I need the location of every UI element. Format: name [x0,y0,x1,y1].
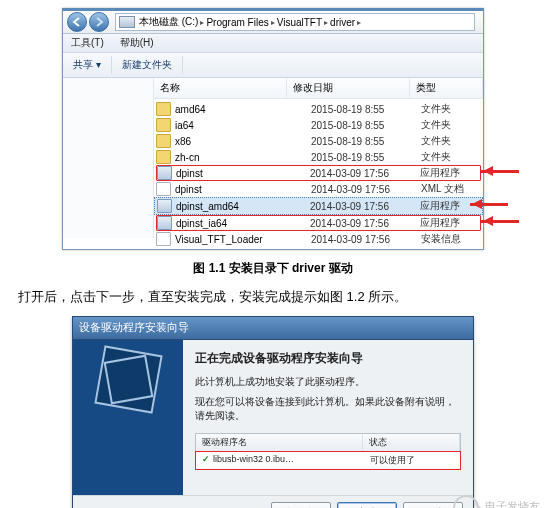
file-name: amd64 [175,104,206,115]
wizard-dialog: 设备驱动程序安装向导 正在完成设备驱动程序安装向导 此计算机上成功地安装了此驱动… [72,316,474,508]
file-row[interactable]: dpinst_ia642014-03-09 17:56应用程序 [154,215,483,231]
red-arrow-annotation [481,217,531,227]
file-row[interactable]: amd642015-08-19 8:55文件夹 [154,101,483,117]
folder-icon [156,150,171,164]
toolbar: 共享 ▾ 新建文件夹 [63,53,483,78]
explorer-header: 本地磁盘 (C:)▸ Program Files▸ VisualTFT▸ dri… [63,11,483,34]
file-row[interactable]: x862015-08-19 8:55文件夹 [154,133,483,149]
driver-result-list: 驱动程序名 状态 ✓libusb-win32 0.ibu… 可以使用了 [195,433,461,470]
file-name: Visual_TFT_Loader [175,234,263,245]
xml-icon [156,182,171,196]
wizard-icon [94,345,162,413]
file-type: 应用程序 [420,216,480,230]
wizard-heading: 正在完成设备驱动程序安装向导 [195,350,461,367]
file-date: 2015-08-19 8:55 [311,152,421,163]
file-date: 2015-08-19 8:55 [311,104,421,115]
dialog-buttons: < 上一步(B) 完成 取消 [73,495,473,508]
file-row[interactable]: Visual_TFT_Loader2014-03-09 17:56安装信息 [154,231,483,247]
file-type: 文件夹 [421,150,481,164]
file-name: ia64 [175,120,194,131]
new-folder-button[interactable]: 新建文件夹 [112,56,183,74]
nav-pane[interactable] [63,78,154,238]
file-row[interactable]: zh-cn2015-08-19 8:55文件夹 [154,149,483,165]
menu-tools[interactable]: 工具(T) [63,36,112,50]
share-button[interactable]: 共享 ▾ [63,56,112,74]
file-date: 2014-03-09 17:56 [310,218,420,229]
file-name: x86 [175,136,191,147]
menu-bar: 工具(T) 帮助(H) [63,34,483,53]
list-row[interactable]: ✓libusb-win32 0.ibu… 可以使用了 [196,452,460,469]
col-date[interactable]: 修改日期 [287,78,410,98]
info-icon [156,232,171,246]
file-type: 文件夹 [421,134,481,148]
file-name: dpinst [176,168,203,179]
watermark: 电子发烧友 www.elecfans.com [453,495,540,508]
nav-back-button[interactable] [67,12,87,32]
figure-1-1-caption: 图 1.1 安装目录下 driver 驱动 [0,260,546,277]
column-headers[interactable]: 名称 修改日期 类型 [154,78,483,99]
file-type: 应用程序 [420,166,480,180]
app-icon [157,216,172,230]
col-name[interactable]: 名称 [154,78,287,98]
file-name: zh-cn [175,152,199,163]
folder-icon [156,102,171,116]
file-row[interactable]: dpinst2014-03-09 17:56XML 文档 [154,181,483,197]
file-name: dpinst [175,184,202,195]
dialog-titlebar: 设备驱动程序安装向导 [73,317,473,340]
folder-icon [156,134,171,148]
file-type: 安装信息 [421,232,481,246]
file-date: 2015-08-19 8:55 [311,136,421,147]
back-button: < 上一步(B) [271,502,331,508]
body-paragraph: 打开后，点击下一步，直至安装完成，安装完成提示如图 1.2 所示。 [0,287,546,308]
app-icon [157,199,172,213]
folder-icon [156,118,171,132]
app-icon [157,166,172,180]
file-type: 文件夹 [421,118,481,132]
file-name: dpinst_amd64 [176,201,239,212]
file-date: 2014-03-09 17:56 [311,234,421,245]
watermark-icon [453,495,479,508]
wizard-line1: 此计算机上成功地安装了此驱动程序。 [195,375,461,389]
drive-icon [119,16,135,28]
list-head-status: 状态 [363,434,460,451]
file-list: 名称 修改日期 类型 amd642015-08-19 8:55文件夹ia6420… [154,78,483,249]
finish-button[interactable]: 完成 [337,502,397,508]
check-icon: ✓ [202,454,210,464]
address-bar[interactable]: 本地磁盘 (C:)▸ Program Files▸ VisualTFT▸ dri… [115,13,475,31]
wizard-line2: 现在您可以将设备连接到此计算机。如果此设备附有说明，请先阅读。 [195,395,461,423]
file-name: dpinst_ia64 [176,218,227,229]
file-row[interactable]: dpinst2014-03-09 17:56应用程序 [154,165,483,181]
dialog-title-text: 设备驱动程序安装向导 [79,320,189,335]
menu-help[interactable]: 帮助(H) [112,36,162,50]
breadcrumb[interactable]: 本地磁盘 (C:)▸ Program Files▸ VisualTFT▸ dri… [138,15,362,29]
nav-fwd-button[interactable] [89,12,109,32]
red-arrow-annotation [470,200,520,210]
file-date: 2014-03-09 17:56 [310,168,420,179]
file-type: XML 文档 [421,182,481,196]
list-head-name: 驱动程序名 [196,434,363,451]
explorer-window: 本地磁盘 (C:)▸ Program Files▸ VisualTFT▸ dri… [62,8,484,250]
file-date: 2015-08-19 8:55 [311,120,421,131]
col-type[interactable]: 类型 [410,78,483,98]
file-type: 文件夹 [421,102,481,116]
file-date: 2014-03-09 17:56 [311,184,421,195]
dialog-banner [73,340,183,495]
file-row[interactable]: ia642015-08-19 8:55文件夹 [154,117,483,133]
file-row[interactable]: dpinst_amd642014-03-09 17:56应用程序 [154,197,483,215]
red-arrow-annotation [481,167,531,177]
file-date: 2014-03-09 17:56 [310,201,420,212]
